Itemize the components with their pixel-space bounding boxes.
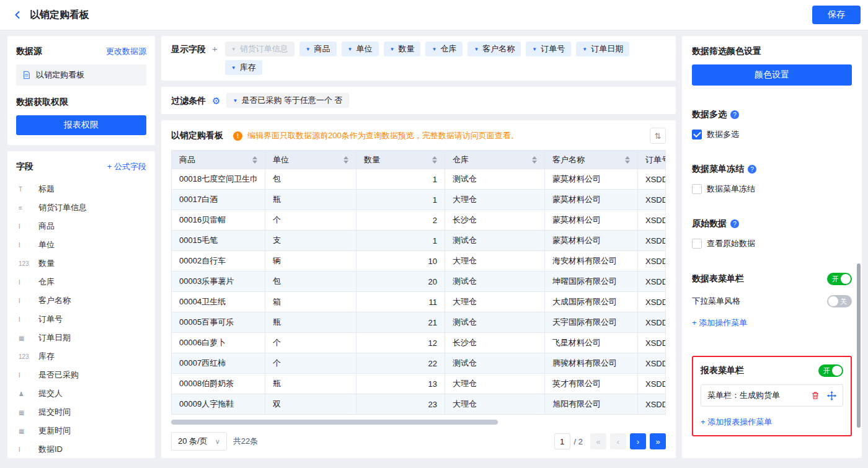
row-height-button[interactable]: ⇅ [650,128,666,144]
menu-freeze-checkbox[interactable]: 数据菜单冻结 [692,183,852,195]
save-button[interactable]: 保存 [812,6,861,24]
last-page-button[interactable]: » [650,433,666,449]
field-list-item[interactable]: 123 库存 [16,347,146,366]
report-menu-toggle[interactable]: 开 [818,364,843,377]
field-type-icon: ♟ [19,391,32,397]
add-formula-field-link[interactable]: + 公式字段 [107,161,146,172]
view-raw-data-checkbox[interactable]: 查看原始数据 [692,238,852,249]
add-display-field-button[interactable]: + [212,42,218,56]
table-row[interactable]: 00004卫生纸 箱 11 大理仓 大成国际有限公司 XSDD20 [172,292,666,312]
sort-icon[interactable] [432,156,437,164]
report-menu-title: 报表菜单栏 [701,365,744,376]
display-field-chip[interactable]: ▼ 订单号 [526,42,571,56]
display-field-chip[interactable]: ▼ 单位 [342,42,379,56]
column-header[interactable]: 客户名称 [545,151,638,169]
color-settings-button[interactable]: 颜色设置 [692,64,852,86]
cell-customer: 坤曜国际有限公司 [545,272,638,292]
column-header[interactable]: 数量 [356,151,445,169]
horizontal-scrollbar[interactable] [171,420,498,425]
table-row[interactable]: 00009人字拖鞋 双 23 大理仓 旭阳有限公司 XSDD20 [172,394,666,415]
next-page-button[interactable]: › [630,433,646,449]
report-permission-button[interactable]: 报表权限 [16,115,146,135]
checkbox-unchecked-icon [692,184,702,194]
help-icon[interactable]: ? [748,165,756,174]
help-icon[interactable]: ? [730,219,739,228]
column-header[interactable]: 单位 [265,151,356,169]
field-list-item[interactable]: I 单位 [16,236,146,254]
display-field-chip[interactable]: ▼ 仓库 [425,42,463,56]
field-list-item[interactable]: T 标题 [16,180,146,198]
add-report-action-menu-link[interactable]: + 添加报表操作菜单 [701,417,772,428]
field-list-item[interactable]: I 是否已采购 [16,366,146,384]
field-list-item[interactable]: I 订单号 [16,310,146,329]
field-list-item[interactable]: ▦ 更新时间 [16,422,146,440]
table-row[interactable]: 00006白萝卜 个 12 长沙仓 飞星材料公司 XSDD20 [172,333,666,353]
chip-label: 仓库 [440,43,456,55]
column-header[interactable]: 仓库 [445,151,545,169]
display-field-chip[interactable]: ▼ 商品 [299,42,337,56]
field-type-icon: I [19,242,32,249]
table-row[interactable]: 00007西红柿 个 22 测试仓 腾骏材料有限公司 XSDD20 [172,353,666,374]
page-size-select[interactable]: 20 条/页 ∨ [171,432,227,451]
table-row[interactable]: 00005百事可乐 瓶 21 测试仓 天宇国际有限公司 XSDD20 [172,312,666,333]
color-settings-title: 数据筛选颜色设置 [692,46,852,57]
table-row[interactable]: 00015毛笔 支 1 测试仓 蒙莫材料公司 XSDD20 [172,231,666,251]
display-field-chip[interactable]: ▼ 客户名称 [467,42,521,56]
datasource-item[interactable]: 以销定购看板 [16,64,146,86]
chevron-down-icon: ▼ [532,46,537,52]
delete-icon[interactable] [811,391,820,400]
table-row[interactable]: 00017白酒 瓶 1 大理仓 蒙莫材料公司 XSDD20 [172,190,666,210]
sort-icon[interactable] [343,156,348,164]
gear-icon[interactable]: ⚙ [212,96,220,105]
table-row[interactable]: 00003乐事薯片 包 20 测试仓 坤曜国际有限公司 XSDD20 [172,272,666,292]
field-list-item[interactable]: I 数据ID [16,440,146,458]
cell-order-no: XSDD20 [638,251,666,272]
table-row[interactable]: 00016贝雷帽 个 2 长沙仓 蒙莫材料公司 XSDD20 [172,210,666,231]
vertical-scrollbar[interactable] [857,263,861,428]
column-header[interactable]: 商品 [172,151,265,169]
cell-warehouse: 测试仓 [445,231,545,251]
sort-icon[interactable] [252,156,257,164]
field-list-item[interactable]: ≡ 销货订单信息 [16,198,146,217]
field-type-icon: ▦ [19,428,32,435]
table-row[interactable]: 00002自行车 辆 10 大理仓 海安材料有限公司 XSDD20 [172,251,666,272]
field-list-item[interactable]: I 仓库 [16,273,146,291]
multi-select-checkbox[interactable]: 数据多选 [692,129,852,140]
field-list-item[interactable]: I 客户名称 [16,291,146,310]
filter-panel: 过滤条件 ⚙ ▼ 是否已采购 等于任意一个 否 [161,87,676,114]
cell-product: 00005百事可乐 [172,312,265,333]
field-type-icon: I [19,298,32,304]
display-field-chip[interactable]: ▼ 数量 [384,42,421,56]
add-action-menu-link[interactable]: + 添加操作菜单 [692,317,747,329]
toggle-on-label: 开 [832,275,839,284]
table-menu-toggle[interactable]: 开 [827,273,852,285]
display-field-chip[interactable]: ▼ 库存 [225,60,262,75]
display-field-chip[interactable]: ▼ 订单日期 [576,42,629,56]
column-header[interactable]: 订单号 [638,151,666,169]
table-row[interactable]: 00018七度空间卫生巾 包 1 测试仓 蒙莫材料公司 XSDD20 [172,169,666,190]
change-datasource-link[interactable]: 更改数据源 [106,46,146,57]
display-field-chip[interactable]: ▼ 销货订单信息 [225,42,294,56]
sort-icon[interactable] [625,156,630,164]
table-row[interactable]: 00008伯爵奶茶 瓶 13 大理仓 英才有限公司 XSDD20 [172,374,666,394]
current-page-box[interactable]: 1 [554,433,570,449]
move-icon[interactable] [827,391,836,400]
cell-order-no: XSDD20 [638,292,666,312]
dropdown-style-toggle[interactable]: 关 [827,295,852,307]
first-page-button[interactable]: « [590,433,606,449]
prev-page-button[interactable]: ‹ [610,433,626,449]
field-list-item[interactable]: ▦ 提交时间 [16,403,146,422]
field-list-item[interactable]: 123 数量 [16,254,146,273]
field-list-item[interactable]: ♟ 提交人 [16,384,146,403]
report-menu-item[interactable]: 菜单栏：生成购货单 [701,384,843,407]
filter-condition-chip[interactable]: ▼ 是否已采购 等于任意一个 否 [226,93,348,108]
field-list-item[interactable]: I 商品 [16,217,146,236]
back-button[interactable] [12,10,22,20]
sort-icon[interactable] [532,156,537,164]
field-type-icon: 123 [19,353,32,360]
help-icon[interactable]: ? [730,110,739,119]
table-header-row: 商品 单位 [172,151,666,169]
field-list-item[interactable]: ▦ 订单日期 [16,329,146,347]
filter-label: 过滤条件 [171,93,206,108]
cell-warehouse: 测试仓 [445,169,545,190]
